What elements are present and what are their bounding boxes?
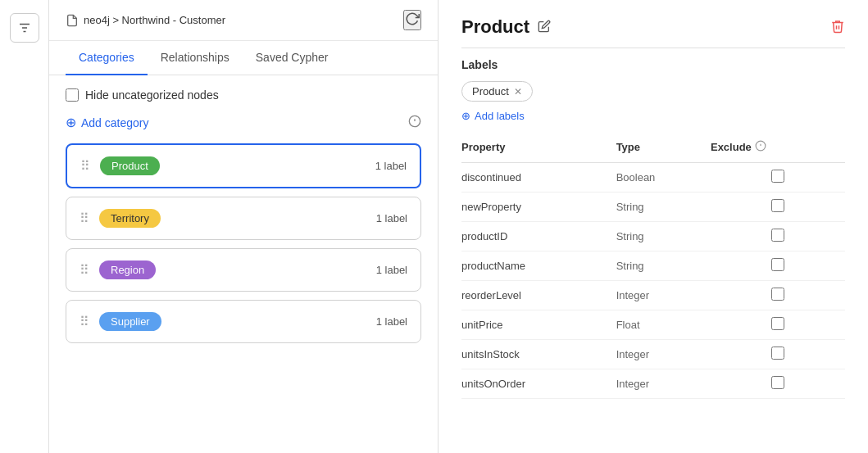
add-labels-plus-icon: ⊕	[461, 110, 470, 122]
region-badge: Region	[99, 260, 156, 279]
add-category-label: Add category	[81, 116, 149, 129]
prop-type-cell: String	[616, 251, 711, 281]
hide-uncategorized-row: Hide uncategorized nodes	[66, 88, 421, 102]
breadcrumb: neo4j > Northwind - Customer	[66, 14, 225, 27]
region-label-count: 1 label	[376, 264, 407, 276]
tab-saved-cypher[interactable]: Saved Cypher	[243, 41, 342, 75]
exclude-checkbox-7[interactable]	[771, 376, 784, 389]
breadcrumb-text: neo4j > Northwind - Customer	[84, 14, 225, 26]
prop-name-cell: discontinued	[461, 163, 616, 193]
tab-relationships[interactable]: Relationships	[148, 41, 243, 75]
supplier-label-count: 1 label	[376, 315, 407, 328]
drag-handle-icon[interactable]: ⠿	[80, 314, 89, 329]
add-labels-text: Add labels	[475, 110, 525, 122]
right-panel-title: Product	[461, 16, 529, 38]
exclude-info-icon[interactable]	[755, 140, 766, 154]
edit-title-button[interactable]	[538, 20, 551, 35]
prop-type-cell: String	[616, 222, 711, 251]
delete-button[interactable]	[830, 19, 845, 36]
prop-type-cell: Integer	[616, 369, 711, 399]
category-card-supplier[interactable]: ⠿ Supplier 1 label	[66, 300, 421, 343]
prop-exclude-cell	[711, 251, 845, 281]
product-label-count: 1 label	[375, 160, 407, 172]
header-divider	[461, 48, 845, 48]
info-icon[interactable]	[408, 115, 421, 130]
add-category-row: ⊕ Add category	[66, 115, 421, 130]
label-tag-product: Product ✕	[461, 81, 533, 102]
hide-uncategorized-checkbox[interactable]	[66, 88, 79, 102]
table-row: unitPrice Float	[461, 310, 845, 340]
col-header-exclude: Exclude	[711, 135, 845, 163]
table-row: unitsInStock Integer	[461, 340, 845, 369]
exclude-checkbox-1[interactable]	[771, 199, 784, 212]
prop-name-cell: productName	[461, 251, 616, 281]
prop-exclude-cell	[711, 369, 845, 399]
exclude-checkbox-6[interactable]	[771, 347, 784, 360]
prop-exclude-cell	[711, 163, 845, 193]
add-category-plus-icon: ⊕	[66, 115, 76, 130]
prop-type-cell: String	[616, 193, 711, 222]
main-panel: neo4j > Northwind - Customer Categories …	[49, 0, 439, 453]
label-tag-remove-icon[interactable]: ✕	[514, 86, 522, 97]
table-row: productName String	[461, 251, 845, 281]
label-tag-text: Product	[472, 85, 509, 97]
prop-name-cell: newProperty	[461, 193, 616, 222]
filter-toggle-button[interactable]	[10, 13, 39, 43]
prop-exclude-cell	[711, 222, 845, 251]
category-card-territory[interactable]: ⠿ Territory 1 label	[66, 197, 421, 240]
left-sidebar	[0, 0, 49, 453]
drag-handle-icon[interactable]: ⠿	[80, 158, 90, 174]
table-row: newProperty String	[461, 193, 845, 222]
exclude-checkbox-3[interactable]	[771, 258, 784, 271]
col-header-property: Property	[461, 135, 616, 163]
right-panel: Product Labels Product ✕	[439, 0, 868, 453]
prop-name-cell: productID	[461, 222, 616, 251]
prop-type-cell: Boolean	[616, 163, 711, 193]
supplier-badge: Supplier	[99, 312, 161, 331]
table-row: productID String	[461, 222, 845, 251]
drag-handle-icon[interactable]: ⠿	[80, 262, 89, 278]
prop-exclude-cell	[711, 340, 845, 369]
exclude-checkbox-4[interactable]	[771, 288, 784, 301]
table-row: discontinued Boolean	[461, 163, 845, 193]
labels-section: Labels Product ✕ ⊕ Add labels	[461, 58, 845, 122]
prop-type-cell: Integer	[616, 281, 711, 310]
right-header: Product	[461, 16, 845, 38]
tabs-bar: Categories Relationships Saved Cypher	[49, 41, 438, 75]
territory-badge: Territory	[99, 209, 161, 228]
labels-heading: Labels	[461, 58, 845, 71]
product-badge: Product	[100, 156, 160, 175]
card-left: ⠿ Product	[80, 156, 160, 175]
exclude-checkbox-2[interactable]	[771, 229, 784, 242]
hide-uncategorized-label: Hide uncategorized nodes	[85, 88, 219, 102]
table-row: unitsOnOrder Integer	[461, 369, 845, 399]
exclude-checkbox-5[interactable]	[771, 317, 784, 330]
prop-exclude-cell	[711, 310, 845, 340]
card-left: ⠿ Supplier	[80, 312, 161, 331]
add-category-button[interactable]: ⊕ Add category	[66, 115, 149, 130]
prop-exclude-cell	[711, 193, 845, 222]
refresh-button[interactable]	[403, 10, 421, 30]
tab-categories[interactable]: Categories	[66, 41, 148, 75]
category-card-region[interactable]: ⠿ Region 1 label	[66, 248, 421, 292]
exclude-checkbox-0[interactable]	[771, 170, 784, 183]
properties-table: Property Type Exclude	[461, 135, 845, 399]
labels-row: Product ✕	[461, 81, 845, 102]
table-row: reorderLevel Integer	[461, 281, 845, 310]
panel-content: Hide uncategorized nodes ⊕ Add category …	[49, 75, 438, 453]
prop-name-cell: unitPrice	[461, 310, 616, 340]
add-labels-button[interactable]: ⊕ Add labels	[461, 110, 525, 122]
properties-section: Property Type Exclude	[461, 135, 845, 399]
prop-type-cell: Float	[616, 310, 711, 340]
right-title-area: Product	[461, 16, 551, 38]
territory-label-count: 1 label	[376, 212, 407, 224]
category-card-product[interactable]: ⠿ Product 1 label	[66, 143, 421, 188]
drag-handle-icon[interactable]: ⠿	[80, 211, 89, 226]
prop-exclude-cell	[711, 281, 845, 310]
card-left: ⠿ Region	[80, 260, 156, 279]
card-left: ⠿ Territory	[80, 209, 161, 228]
prop-name-cell: unitsInStock	[461, 340, 616, 369]
breadcrumb-bar: neo4j > Northwind - Customer	[49, 0, 438, 41]
prop-name-cell: reorderLevel	[461, 281, 616, 310]
col-header-type: Type	[616, 135, 711, 163]
